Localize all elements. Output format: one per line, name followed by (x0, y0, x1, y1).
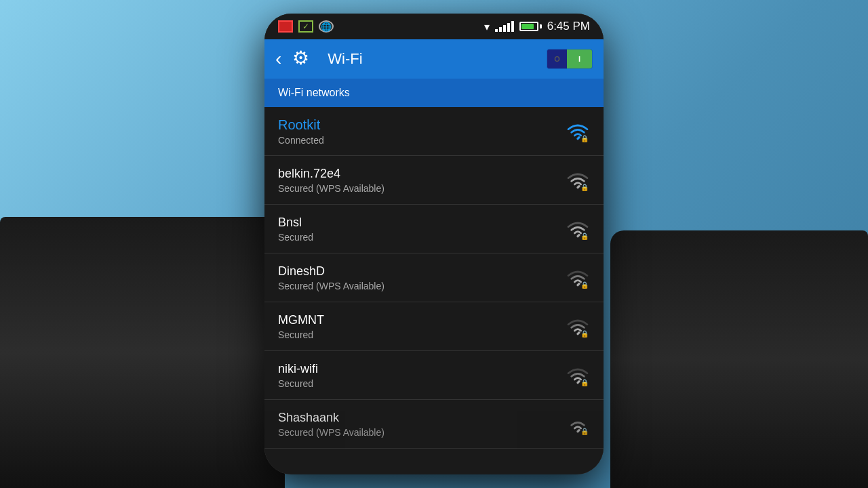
phone-frame: ✓ 🌐 ▾ 6:45 PM ‹ ⚙ Wi-Fi (264, 14, 604, 474)
network-item-dineshd[interactable]: DineshD Secured (WPS Available) 🔒 (264, 253, 604, 302)
network-name-mgmnt: MGMNT (278, 313, 566, 327)
wifi-signal-belkin: 🔒 (566, 168, 590, 192)
network-item-belkin[interactable]: belkin.72e4 Secured (WPS Available) 🔒 (264, 156, 604, 205)
network-name-rootkit: Rootkit (278, 117, 566, 133)
network-list: Rootkit Connected 🔒 belkin.72e4 Secured … (264, 107, 604, 474)
network-name-dineshd: DineshD (278, 264, 566, 279)
network-status-niki-wifi: Secured (278, 378, 566, 389)
wifi-signal-rootkit: 🔒 (566, 119, 590, 144)
wifi-signal-mgmnt: 🔒 (566, 314, 590, 339)
network-info-dineshd: DineshD Secured (WPS Available) (278, 264, 566, 291)
network-status-dineshd: Secured (WPS Available) (278, 281, 566, 291)
signal-bar-1 (495, 29, 498, 32)
wifi-signal-dineshd: 🔒 (566, 266, 590, 290)
network-info-rootkit: Rootkit Connected (278, 117, 566, 146)
network-name-bnsl: Bnsl (278, 216, 566, 230)
app-bar: ‹ ⚙ Wi-Fi O I (264, 39, 604, 79)
network-info-belkin: belkin.72e4 Secured (WPS Available) (278, 167, 566, 194)
network-status-shashaank: Secured (WPS Available) (278, 427, 566, 438)
network-info-niki-wifi: niki-wifi Secured (278, 362, 566, 389)
network-status-mgmnt: Secured (278, 329, 566, 340)
network-name-niki-wifi: niki-wifi (278, 362, 566, 376)
background-desk-right (610, 230, 868, 488)
network-item-rootkit[interactable]: Rootkit Connected 🔒 (264, 107, 604, 156)
battery-icon (519, 22, 542, 31)
network-status-bnsl: Secured (278, 232, 566, 243)
network-info-bnsl: Bnsl Secured (278, 216, 566, 243)
back-button[interactable]: ‹ (275, 48, 281, 70)
networks-header-text: Wi-Fi networks (278, 87, 350, 99)
clock-display: 6:45 PM (547, 20, 590, 33)
signal-bar-3 (503, 25, 506, 32)
toggle-on-side: I (567, 49, 592, 68)
battery-body (519, 22, 538, 31)
background-desk-left (0, 217, 285, 488)
status-bar: ✓ 🌐 ▾ 6:45 PM (264, 14, 604, 39)
network-info-mgmnt: MGMNT Secured (278, 313, 566, 340)
lock-icon-belkin: 🔒 (580, 184, 589, 191)
notification-icon-globe: 🌐 (319, 20, 334, 33)
network-item-niki-wifi[interactable]: niki-wifi Secured 🔒 (264, 351, 604, 400)
network-name-shashaank: Shashaank (278, 411, 566, 425)
wifi-status-icon: ▾ (484, 20, 490, 33)
lock-icon-shashaank: 🔒 (580, 428, 589, 435)
notification-icon-red (278, 20, 293, 33)
battery-fill (521, 24, 534, 29)
lock-icon-niki-wifi: 🔒 (580, 379, 589, 386)
network-status-rootkit: Connected (278, 135, 566, 146)
battery-tip (540, 24, 542, 28)
settings-gear-icon[interactable]: ⚙ (292, 47, 317, 71)
status-right-icons: ▾ 6:45 PM (484, 20, 590, 33)
wifi-signal-shashaank: 🔒 (566, 412, 590, 436)
app-bar-title: Wi-Fi (328, 50, 536, 68)
toggle-off-side: O (547, 49, 567, 68)
notification-icon-check: ✓ (298, 20, 313, 33)
network-item-mgmnt[interactable]: MGMNT Secured 🔒 (264, 302, 604, 351)
network-status-belkin: Secured (WPS Available) (278, 183, 566, 194)
signal-bar-4 (507, 23, 510, 32)
status-left-icons: ✓ 🌐 (278, 20, 334, 33)
network-name-belkin: belkin.72e4 (278, 167, 566, 181)
signal-bar-5 (511, 21, 514, 32)
signal-bar-2 (499, 27, 502, 32)
wifi-signal-niki-wifi: 🔒 (566, 363, 590, 388)
network-info-shashaank: Shashaank Secured (WPS Available) (278, 411, 566, 438)
lock-icon-mgmnt: 🔒 (580, 330, 589, 338)
networks-header: Wi-Fi networks (264, 79, 604, 107)
lock-icon-bnsl: 🔒 (580, 232, 589, 240)
lock-icon-rootkit: 🔒 (580, 135, 589, 142)
network-item-bnsl[interactable]: Bnsl Secured 🔒 (264, 205, 604, 253)
wifi-toggle-switch[interactable]: O I (547, 49, 593, 69)
signal-bars (495, 21, 514, 32)
lock-icon-dineshd: 🔒 (580, 281, 589, 289)
network-item-shashaank[interactable]: Shashaank Secured (WPS Available) 🔒 (264, 400, 604, 449)
wifi-signal-bnsl: 🔒 (566, 217, 590, 241)
